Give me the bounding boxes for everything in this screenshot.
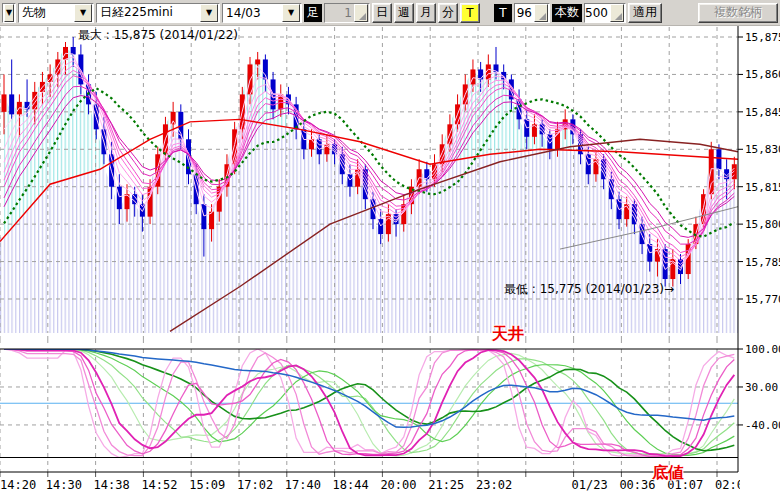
- toolbar: ▼ 先物 ▼ 日経225mini ▼ 14/03 ▼ 足 1 日 週 月 分 T…: [0, 0, 780, 26]
- min-price-annotation: 最低 : 15,775 (2014/01/23)→: [504, 281, 674, 298]
- market-select-value: 先物: [19, 4, 73, 21]
- price-axis-label: 15,860: [745, 68, 780, 81]
- rci-green-line: [4, 349, 734, 455]
- time-axis-label: 14:52: [141, 478, 177, 492]
- bars-count-value: 500: [585, 6, 609, 20]
- chart-area[interactable]: 15,87515,86015,84515,83015,81515,80015,7…: [0, 26, 780, 500]
- contract-month-value: 14/03: [223, 6, 281, 20]
- time-axis-label: 21:25: [428, 478, 464, 492]
- period-week-button[interactable]: 週: [394, 3, 414, 23]
- time-axis-label: 17:40: [285, 478, 321, 492]
- mini-dropdown[interactable]: ▼: [2, 3, 16, 23]
- contract-month-select[interactable]: 14/03 ▼: [222, 3, 302, 23]
- price-axis-label: 15,875: [745, 31, 780, 44]
- period-month-button[interactable]: 月: [416, 3, 436, 23]
- bottom-annotation: 底値: [652, 463, 684, 484]
- time-axis-label: 00:36: [619, 478, 655, 492]
- price-axis-label: 15,800: [745, 218, 780, 231]
- time-axis-label: 15:09: [189, 478, 225, 492]
- ceiling-annotation: 天井: [492, 324, 524, 345]
- time-axis-label: 18:44: [333, 478, 369, 492]
- time-axis-label: 02:02: [715, 478, 751, 492]
- interval-value: 1: [325, 6, 353, 20]
- bars-count-input[interactable]: 500: [584, 3, 626, 23]
- candle-down: [9, 59, 14, 119]
- rci-green-line: [4, 349, 734, 451]
- market-select[interactable]: 先物 ▼: [18, 3, 94, 23]
- spinner-icon[interactable]: [354, 4, 368, 22]
- price-axis-label: 15,770: [745, 293, 780, 306]
- time-axis-label: 14:38: [94, 478, 130, 492]
- time-axis-label: 14:20: [0, 478, 36, 492]
- time-axis-label: 01/23: [572, 478, 608, 492]
- oscillator-pane: [0, 349, 738, 458]
- price-axis-label: 15,785: [745, 256, 780, 269]
- interval-input[interactable]: 1: [324, 3, 370, 23]
- chevron-down-icon: ▼: [200, 4, 218, 22]
- rci-green-line: [4, 349, 734, 455]
- osc-axis-label: -40.00: [745, 419, 780, 432]
- time-axis-label: 17:02: [237, 478, 273, 492]
- period-day-button[interactable]: 日: [372, 3, 392, 23]
- price-axis-label: 15,845: [745, 106, 780, 119]
- chevron-down-icon: ▼: [282, 4, 300, 22]
- max-price-annotation: 最大 : 15,875 (2014/01/22): [78, 27, 238, 44]
- spinner-icon[interactable]: [534, 4, 548, 22]
- bars-label: 本数: [552, 4, 582, 22]
- price-axis-label: 15,830: [745, 143, 780, 156]
- period-tick-button[interactable]: T: [460, 3, 480, 23]
- symbol-select-value: 日経225mini: [97, 4, 199, 21]
- spinner-icon[interactable]: [610, 4, 624, 22]
- time-axis-labels: 14:2014:3014:3814:5215:0917:0217:4018:44…: [0, 478, 751, 492]
- osc-axis-label: 100.00: [745, 343, 780, 356]
- period-minute-button[interactable]: 分: [438, 3, 458, 23]
- candlestick-chart-canvas[interactable]: 15,87515,86015,84515,83015,81515,80015,7…: [0, 26, 780, 500]
- tick-label: T: [494, 4, 512, 22]
- symbol-select[interactable]: 日経225mini ▼: [96, 3, 220, 23]
- time-axis-label: 20:00: [380, 478, 416, 492]
- osc-axis-label: 30.00: [745, 381, 778, 394]
- time-axis-label: 14:30: [46, 478, 82, 492]
- chevron-down-icon: ▼: [4, 4, 14, 22]
- price-axis-label: 15,815: [745, 181, 780, 194]
- tick-count-input[interactable]: 96: [514, 3, 550, 23]
- tick-count-value: 96: [515, 6, 533, 20]
- chevron-down-icon: ▼: [74, 4, 92, 22]
- ashi-label: 足: [304, 4, 322, 22]
- time-axis-label: 23:02: [476, 478, 512, 492]
- multi-symbol-button: 複数銘柄: [698, 3, 778, 23]
- apply-button[interactable]: 適用: [628, 3, 662, 23]
